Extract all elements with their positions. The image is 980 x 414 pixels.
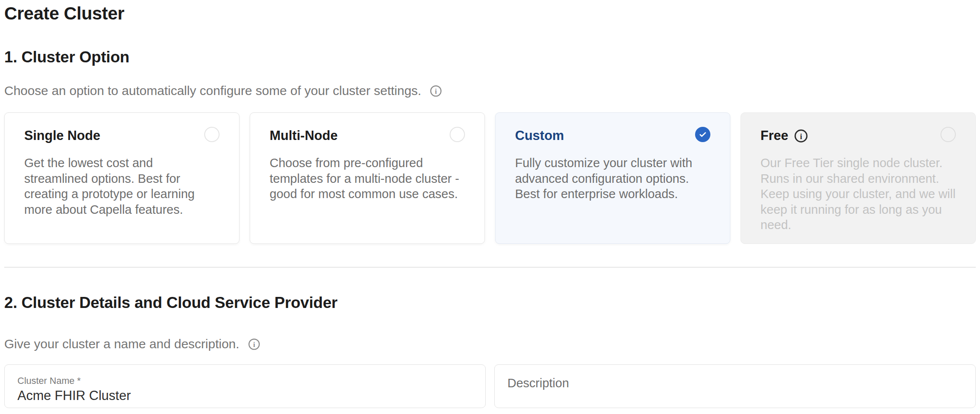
free-tier-info-icon[interactable]: i bbox=[794, 129, 808, 143]
info-icon[interactable]: i bbox=[430, 85, 442, 97]
option-card-multi-node[interactable]: Multi-Node Choose from pre-configured te… bbox=[250, 112, 485, 244]
option-title: Free bbox=[760, 127, 788, 144]
option-title: Custom bbox=[515, 127, 564, 144]
radio-unselected-icon bbox=[941, 127, 956, 142]
description-field-box[interactable] bbox=[494, 364, 976, 408]
option-description: Fully customize your cluster with advanc… bbox=[515, 155, 710, 202]
option-card-free[interactable]: Free i Our Free Tier single node cluster… bbox=[741, 112, 976, 244]
selected-check-icon[interactable] bbox=[695, 127, 710, 142]
option-description: Our Free Tier single node cluster. Runs … bbox=[760, 155, 956, 233]
option-card-single-node[interactable]: Single Node Get the lowest cost and stre… bbox=[4, 112, 239, 244]
svg-text:i: i bbox=[800, 131, 802, 140]
radio-unselected-icon[interactable] bbox=[204, 127, 220, 142]
section-1-heading: 1. Cluster Option bbox=[4, 48, 976, 67]
page-title: Create Cluster bbox=[4, 3, 976, 24]
option-title: Multi-Node bbox=[270, 127, 338, 144]
option-description: Choose from pre-configured templates for… bbox=[270, 155, 465, 202]
cluster-name-input[interactable] bbox=[17, 388, 473, 404]
svg-text:i: i bbox=[253, 340, 255, 348]
cluster-name-label: Cluster Name * bbox=[17, 375, 473, 386]
radio-unselected-icon[interactable] bbox=[450, 127, 465, 142]
section-1-subtitle: Choose an option to automatically config… bbox=[4, 83, 421, 98]
option-card-custom[interactable]: Custom Fully customize your cluster with… bbox=[495, 112, 730, 244]
option-title: Single Node bbox=[24, 127, 100, 144]
option-description: Get the lowest cost and streamlined opti… bbox=[24, 155, 220, 217]
section-1-subtitle-row: Choose an option to automatically config… bbox=[4, 83, 976, 98]
create-cluster-page: Create Cluster 1. Cluster Option Choose … bbox=[0, 3, 980, 408]
cluster-name-field-box[interactable]: Cluster Name * bbox=[4, 364, 486, 408]
info-icon[interactable]: i bbox=[248, 338, 260, 350]
section-2-subtitle: Give your cluster a name and description… bbox=[4, 336, 239, 352]
section-2-subtitle-row: Give your cluster a name and description… bbox=[4, 336, 976, 352]
section-2-heading: 2. Cluster Details and Cloud Service Pro… bbox=[4, 293, 976, 313]
cluster-details-fields: Cluster Name * bbox=[4, 364, 976, 408]
svg-text:i: i bbox=[435, 87, 437, 95]
cluster-option-cards: Single Node Get the lowest cost and stre… bbox=[4, 112, 976, 244]
section-divider bbox=[4, 267, 976, 268]
description-input[interactable] bbox=[507, 375, 963, 397]
